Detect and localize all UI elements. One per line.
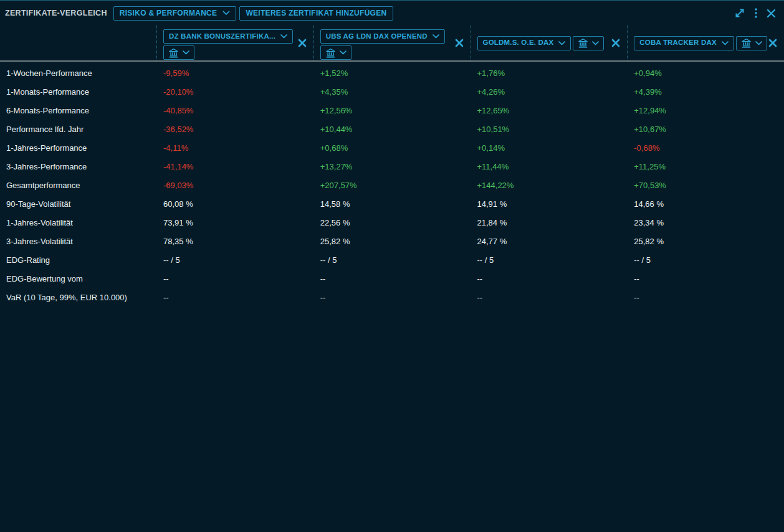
chevron-down-icon [558,41,565,45]
row-label: 90-Tage-Volatilität [0,199,156,209]
chevron-down-icon [280,34,287,39]
row-label: Performance lfd. Jahr [0,125,156,134]
metric-value: 73,91 % [156,218,313,227]
certificate-select[interactable]: UBS AG LDN DAX OPENEND [320,29,445,44]
row-label: EDG-Bewertung vom [0,274,156,283]
row-label: 3-Jahres-Performance [0,162,156,171]
metric-value: +0,68% [313,143,471,153]
metric-value: 14,91 % [471,199,628,209]
table-row: Performance lfd. Jahr -36,52%+10,44%+10,… [0,120,784,138]
table-row: Gesamtperformance -69,03%+207,57%+144,22… [0,176,784,194]
certificate-select[interactable]: COBA TRACKER DAX [634,36,734,50]
chevron-down-icon [722,41,729,45]
close-icon [298,39,307,47]
close-button[interactable] [766,8,777,19]
row-label: EDG-Rating [0,255,156,265]
chevron-down-icon [755,41,762,45]
certificate-select[interactable]: DZ BANK BONUSZERTIFIKA... [163,29,293,44]
row-label: 3-Jahres-Volatilität [0,237,156,246]
metric-value: 14,58 % [313,199,471,209]
metric-value: +4,39% [627,87,784,97]
certificate-name: DZ BANK BONUSZERTIFIKA... [169,33,275,40]
certificate-header-band: DZ BANK BONUSZERTIFIKA... [0,26,784,62]
add-certificate-button[interactable]: WEITERES ZERTIFIKAT HINZUFÜGEN [239,6,393,21]
metric-value: +10,44% [313,125,471,134]
close-icon [768,39,777,47]
certificate-select[interactable]: GOLDM.S. O.E. DAX [477,36,571,50]
metric-value: -- [313,274,471,283]
metric-value: -20,10% [156,87,313,97]
table-row: 1-Monats-Performance -20,10%+4,35%+4,26%… [0,82,784,101]
expand-icon [734,7,746,19]
view-selector-button[interactable]: RISIKO & PERFORMANCE [113,6,237,21]
remove-certificate-button[interactable] [454,37,465,49]
close-icon [611,39,620,47]
chevron-down-icon [433,34,439,39]
toolbar: ZERTIFIKATE-VERGLEICH RISIKO & PERFORMAN… [0,1,784,26]
kebab-menu-icon [754,7,758,19]
metric-value: 25,82 % [313,237,471,246]
row-label-column-spacer [0,26,156,60]
exchange-select[interactable] [573,36,604,50]
panel-title: ZERTIFIKATE-VERGLEICH [5,9,107,17]
metric-value: +12,94% [627,106,784,115]
certificate-controls: COBA TRACKER DAX [634,26,784,60]
metric-value: -- [156,274,313,283]
metric-value: -9,59% [156,69,313,78]
metric-value: +11,44% [471,162,628,171]
metric-value: 14,66 % [627,199,784,209]
metric-value: -69,03% [156,181,313,190]
certificate-controls: GOLDM.S. O.E. DAX [477,26,628,60]
metric-value: +1,76% [471,69,628,78]
row-label: 1-Jahres-Performance [0,143,156,153]
metric-value: -- / 5 [627,255,784,265]
certificate-column: GOLDM.S. O.E. DAX [471,26,628,60]
metric-value: 21,84 % [471,218,628,227]
metric-value: +207,57% [313,181,471,190]
table-row: VaR (10 Tage, 99%, EUR 10.000) -------- [0,288,784,306]
table-row: 1-Jahres-Volatilität 73,91 %22,56 %21,84… [0,213,784,232]
metric-value: 25,82 % [627,237,784,246]
exchange-select[interactable] [163,45,194,60]
metric-value: +10,67% [627,125,784,134]
add-certificate-label: WEITERES ZERTIFIKAT HINZUFÜGEN [246,9,386,17]
metric-value: +12,65% [471,106,628,115]
chevron-down-icon [592,41,599,45]
metric-value: 78,35 % [156,237,313,246]
metric-value: +0,94% [627,69,784,78]
menu-button[interactable] [754,7,758,19]
metric-value: -- [627,293,784,302]
certificate-name: GOLDM.S. O.E. DAX [483,39,554,47]
remove-certificate-button[interactable] [767,37,778,49]
metric-value: -41,14% [156,162,313,171]
exchange-select[interactable] [736,36,767,50]
metric-value: +10,51% [471,125,628,134]
chevron-down-icon [183,50,189,55]
row-label: 6-Monats-Performance [0,106,156,115]
certificate-column: COBA TRACKER DAX [627,26,784,60]
table-row: 90-Tage-Volatilität 60,08 %14,58 %14,91 … [0,194,784,213]
close-icon [455,39,464,47]
metric-value: -- [471,293,628,302]
chevron-down-icon [222,11,230,16]
metric-value: 23,34 % [627,218,784,227]
metric-value: +11,25% [627,162,784,171]
metric-value: -36,52% [156,125,313,134]
metric-value: 22,56 % [313,218,471,227]
expand-button[interactable] [734,7,746,19]
metric-value: +4,35% [313,87,471,97]
table-row: 3-Jahres-Volatilität 78,35 %25,82 %24,77… [0,232,784,250]
remove-certificate-button[interactable] [297,37,308,49]
exchange-select[interactable] [320,45,351,60]
table-row: 1-Jahres-Performance -4,11%+0,68%+0,14%-… [0,138,784,157]
metric-value: +12,56% [313,106,471,115]
metric-value: 24,77 % [471,237,628,246]
metric-value: +13,27% [313,162,471,171]
remove-certificate-button[interactable] [610,37,621,49]
table-row: 6-Monats-Performance -40,85%+12,56%+12,6… [0,101,784,120]
certificate-name: UBS AG LDN DAX OPENEND [326,33,428,40]
bank-icon [741,38,752,48]
certificate-name: COBA TRACKER DAX [639,39,717,47]
row-label: 1-Jahres-Volatilität [0,218,156,227]
row-label: 1-Wochen-Performance [0,69,156,78]
